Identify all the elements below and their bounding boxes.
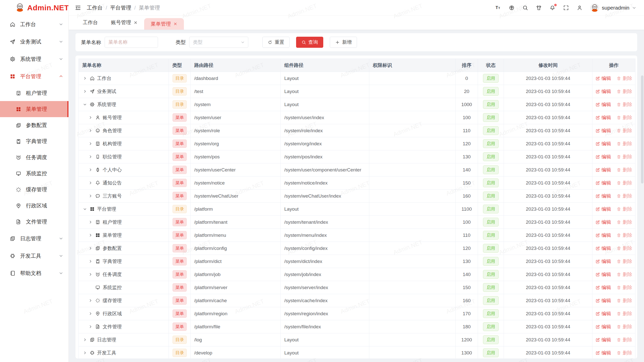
- chevron-right-icon[interactable]: [88, 298, 93, 303]
- edit-button[interactable]: 编辑: [595, 232, 611, 239]
- delete-button[interactable]: 删除: [617, 245, 632, 252]
- delete-button[interactable]: 删除: [617, 127, 632, 134]
- delete-button[interactable]: 删除: [617, 193, 632, 199]
- sidebar-subitem[interactable]: 缓存管理: [0, 182, 68, 198]
- chevron-right-icon[interactable]: [88, 128, 93, 133]
- edit-button[interactable]: 编辑: [595, 180, 611, 186]
- delete-button[interactable]: 删除: [617, 258, 632, 265]
- query-button[interactable]: 查询: [296, 37, 323, 48]
- delete-button[interactable]: 删除: [617, 284, 632, 291]
- chevron-right-icon[interactable]: [88, 194, 93, 198]
- sidebar-subitem[interactable]: 文件管理: [0, 214, 68, 230]
- font-size-icon[interactable]: TT: [495, 5, 501, 11]
- delete-button[interactable]: 删除: [617, 219, 632, 225]
- edit-button[interactable]: 编辑: [595, 75, 611, 82]
- chevron-right-icon[interactable]: [88, 272, 93, 277]
- theme-icon[interactable]: [536, 5, 542, 11]
- sidebar-subitem[interactable]: 系统监控: [0, 165, 68, 182]
- sidebar-item[interactable]: 系统管理: [0, 50, 68, 68]
- chevron-right-icon[interactable]: [82, 89, 87, 94]
- edit-button[interactable]: 编辑: [595, 245, 611, 252]
- breadcrumb-item[interactable]: 工作台: [87, 4, 103, 11]
- chevron-right-icon[interactable]: [88, 142, 93, 146]
- sidebar-subitem[interactable]: 租户管理: [0, 85, 68, 101]
- sidebar-item[interactable]: 帮助文档: [0, 264, 68, 282]
- edit-button[interactable]: 编辑: [595, 337, 611, 343]
- collapse-sidebar-icon[interactable]: [75, 5, 81, 11]
- delete-button[interactable]: 删除: [617, 232, 632, 239]
- edit-button[interactable]: 编辑: [595, 127, 611, 134]
- chevron-down-icon[interactable]: [82, 102, 87, 107]
- delete-button[interactable]: 删除: [617, 271, 632, 278]
- chevron-right-icon[interactable]: [88, 311, 93, 316]
- chevron-right-icon[interactable]: [88, 246, 93, 250]
- sidebar-subitem[interactable]: 菜单管理: [0, 101, 68, 117]
- tab-账号管理[interactable]: 账号管理: [104, 15, 144, 30]
- delete-button[interactable]: 删除: [617, 141, 632, 147]
- sidebar-subitem[interactable]: 任务调度: [0, 149, 68, 165]
- breadcrumb-item[interactable]: 平台管理: [110, 4, 131, 11]
- delete-button[interactable]: 删除: [617, 167, 632, 173]
- delete-button[interactable]: 删除: [617, 75, 632, 82]
- sidebar-item[interactable]: 工作台: [0, 16, 68, 33]
- chevron-right-icon[interactable]: [82, 338, 87, 342]
- chevron-down-icon[interactable]: [82, 207, 87, 211]
- edit-button[interactable]: 编辑: [595, 258, 611, 265]
- edit-button[interactable]: 编辑: [595, 350, 611, 356]
- language-icon[interactable]: [509, 5, 515, 11]
- delete-button[interactable]: 删除: [617, 114, 632, 121]
- add-button[interactable]: 新增: [330, 37, 357, 48]
- menu-name-input[interactable]: [105, 37, 158, 48]
- chevron-right-icon[interactable]: [88, 233, 93, 237]
- edit-button[interactable]: 编辑: [595, 101, 611, 108]
- sidebar-item[interactable]: 日志管理: [0, 230, 68, 247]
- tab-工作台[interactable]: 工作台: [76, 15, 104, 30]
- sidebar-item[interactable]: 开发工具: [0, 247, 68, 264]
- chevron-right-icon[interactable]: [88, 155, 93, 159]
- chevron-right-icon[interactable]: [88, 259, 93, 263]
- notification-icon[interactable]: [549, 5, 555, 11]
- delete-button[interactable]: 删除: [617, 180, 632, 186]
- user-menu[interactable]: superadmin: [590, 3, 636, 12]
- delete-button[interactable]: 删除: [617, 350, 632, 356]
- sidebar-subitem[interactable]: 行政区域: [0, 198, 68, 214]
- edit-button[interactable]: 编辑: [595, 114, 611, 121]
- delete-button[interactable]: 删除: [617, 297, 632, 304]
- delete-button[interactable]: 删除: [617, 337, 632, 343]
- delete-button[interactable]: 删除: [617, 324, 632, 330]
- fullscreen-icon[interactable]: [563, 5, 569, 11]
- edit-button[interactable]: 编辑: [595, 219, 611, 225]
- delete-button[interactable]: 删除: [617, 154, 632, 160]
- chevron-right-icon[interactable]: [88, 115, 93, 120]
- user-icon[interactable]: [577, 5, 583, 11]
- tab-菜单管理[interactable]: 菜单管理: [144, 18, 184, 30]
- edit-button[interactable]: 编辑: [595, 324, 611, 330]
- edit-button[interactable]: 编辑: [595, 271, 611, 278]
- edit-button[interactable]: 编辑: [595, 193, 611, 199]
- chevron-right-icon[interactable]: [88, 220, 93, 224]
- close-icon[interactable]: [134, 21, 138, 25]
- sidebar-item[interactable]: 业务测试: [0, 33, 68, 50]
- edit-button[interactable]: 编辑: [595, 154, 611, 160]
- close-icon[interactable]: [173, 22, 177, 26]
- delete-button[interactable]: 删除: [617, 206, 632, 212]
- edit-button[interactable]: 编辑: [595, 141, 611, 147]
- delete-button[interactable]: 删除: [617, 101, 632, 108]
- sidebar-subitem[interactable]: 参数配置: [0, 117, 68, 133]
- chevron-right-icon[interactable]: [88, 168, 93, 172]
- edit-button[interactable]: 编辑: [595, 284, 611, 291]
- chevron-right-icon[interactable]: [82, 76, 87, 80]
- edit-button[interactable]: 编辑: [595, 297, 611, 304]
- edit-button[interactable]: 编辑: [595, 206, 611, 212]
- reset-button[interactable]: 重置: [262, 37, 290, 48]
- scrollbar-thumb[interactable]: [641, 75, 643, 184]
- sidebar-item[interactable]: 平台管理: [0, 68, 68, 85]
- delete-button[interactable]: 删除: [617, 88, 632, 95]
- sidebar-subitem[interactable]: 字典管理: [0, 133, 68, 149]
- edit-button[interactable]: 编辑: [595, 167, 611, 173]
- chevron-right-icon[interactable]: [88, 181, 93, 185]
- type-select[interactable]: 类型: [189, 37, 248, 48]
- edit-button[interactable]: 编辑: [595, 88, 611, 95]
- edit-button[interactable]: 编辑: [595, 310, 611, 317]
- chevron-right-icon[interactable]: [82, 351, 87, 355]
